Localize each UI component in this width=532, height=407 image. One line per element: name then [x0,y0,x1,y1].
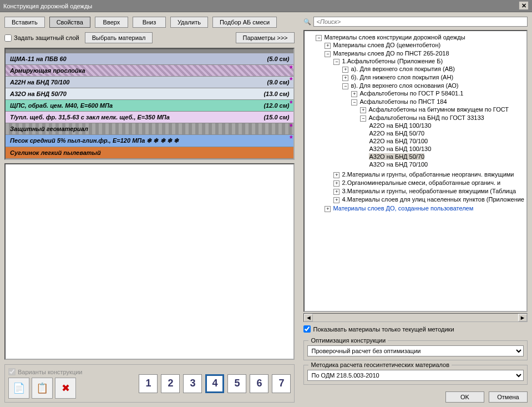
ok-button[interactable]: OK [445,391,484,403]
insert-button[interactable]: Вставить [4,17,45,28]
delete-variant-icon[interactable]: ✖ [55,378,76,399]
empty-area [4,163,295,360]
layer-row[interactable]: Суглинок легкий пылеватый [6,147,293,159]
layer-row[interactable]: ЩМА-11 на ПБВ 60(5.0 см) [6,53,293,65]
variant-7[interactable]: 7 [272,374,291,393]
variant-2[interactable]: 2 [161,374,180,393]
variants-checkbox[interactable]: Варианты конструкции [8,368,82,375]
parameters-button[interactable]: Параметры >>> [236,32,295,43]
variant-numbers: 1234567 [139,374,291,393]
add-variant-icon[interactable]: 📄 [8,378,29,399]
down-button[interactable]: Вниз [133,17,166,28]
variant-4[interactable]: 4 [205,374,224,393]
window-title: Конструкция дорожной одежды [3,0,92,12]
choose-material-button[interactable]: Выбрать материал [85,32,153,43]
geosynthetic-select[interactable]: По ОДМ 218.5.003-2010 [307,370,524,381]
layer-row[interactable]: ЩПС, обраб. цем. М40, Е=600 МПа(12.0 см)… [6,100,293,112]
optimization-group: Оптимизация конструкции Проверочный расч… [303,340,528,360]
variant-6[interactable]: 6 [250,374,268,393]
toolbar: Вставить Свойства Вверх Вниз Удалить Под… [4,17,295,28]
tree-item[interactable]: А32О на БНД 100/130 [369,145,431,152]
layer-row[interactable]: Защитный геоматериал* [6,123,293,135]
variant-1[interactable]: 1 [139,374,158,393]
delete-button[interactable]: Удалить [170,17,208,28]
layer-row[interactable]: Т/упл. щеб. фр. 31,5-63 с закл мелк. щеб… [6,112,293,123]
tree-item[interactable]: А22О на БНД 70/100 [369,138,428,144]
cancel-button[interactable]: Отмена [489,391,528,403]
copy-variant-icon[interactable]: 📋 [32,378,53,399]
up-button[interactable]: Вверх [95,17,128,28]
material-tree[interactable]: −Материалы слоев конструкции дорожной од… [303,30,528,312]
layer-row[interactable]: А22Н на БНД 70/100(9.0 см)* [6,77,293,88]
close-button[interactable]: ✕ [519,1,529,10]
layer-row[interactable]: А32О на БНД 50/70(13.0 см) [6,88,293,100]
search-icon: 🔍 [303,18,311,26]
tree-hscroll[interactable]: ◄ ► [303,313,528,322]
mix-button[interactable]: Подбор АБ смеси [212,17,277,28]
variant-3[interactable]: 3 [183,374,202,393]
search-input[interactable] [313,17,528,27]
properties-button[interactable]: Свойства [49,17,90,28]
protect-checkbox[interactable]: Задать защитный слой [4,34,79,42]
scroll-left-icon[interactable]: ◄ [304,314,313,321]
collapse-icon[interactable]: − [316,35,322,41]
scroll-right-icon[interactable]: ► [518,314,527,321]
layer-row[interactable]: Песок средний 5% пыл-глин.фр., Е=120 МПа… [6,135,293,147]
show-current-checkbox[interactable]: Показывать материалы только текущей мето… [303,325,528,333]
layer-row[interactable]: Армирующая прослойка* [6,65,293,77]
geosynthetic-group: Методика расчета геосинтетических матери… [303,365,528,385]
titlebar: Конструкция дорожной одежды ✕ [0,0,532,12]
tree-item[interactable]: А32О на БНД 70/100 [369,161,428,168]
variant-5[interactable]: 5 [227,374,246,393]
optimization-select[interactable]: Проверочный расчет без оптимизации [307,345,524,356]
tree-item[interactable]: А22О на БНД 100/130 [369,122,431,129]
tree-item[interactable]: А22О на БНД 50/70 [369,130,424,137]
layers-panel: ЩМА-11 на ПБВ 60(5.0 см)Армирующая просл… [4,48,295,160]
tree-item-selected[interactable]: А32О на БНД 50/70 [369,153,424,160]
